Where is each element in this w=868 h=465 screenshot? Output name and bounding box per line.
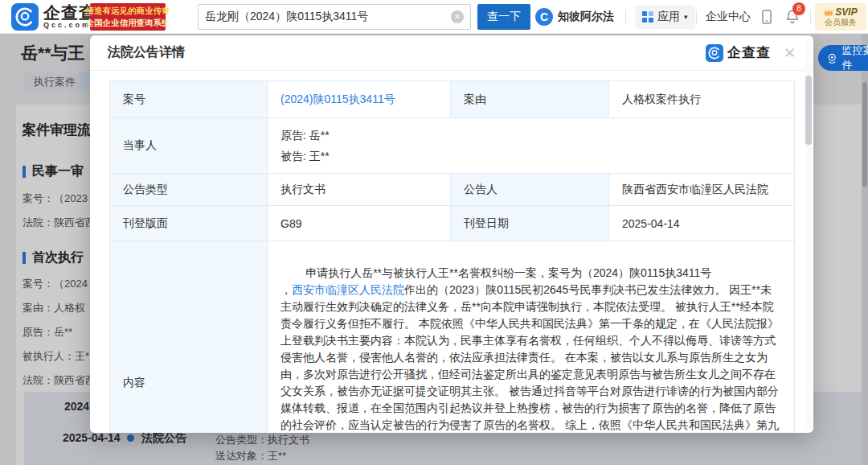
nav-apps[interactable]: 应用 ▾ <box>635 0 695 34</box>
zhibi-alfa-icon: C <box>535 8 553 26</box>
search-box: ✕ <box>198 4 471 30</box>
table-row: 当事人 原告: 岳** 被告: 王** <box>110 118 795 174</box>
party-label: 当事人 <box>110 118 268 174</box>
monitor-case-button[interactable]: 监控案件 <box>818 45 868 71</box>
content-label: 内容 <box>110 241 268 434</box>
apps-grid-icon <box>642 11 653 23</box>
content-value: 申请执行人岳**与被执行人王**名誉权纠纷一案，案号为（2024）陕0115执3… <box>268 241 795 434</box>
cause-value: 人格权案件执行 <box>609 81 795 118</box>
svip-member-service[interactable]: SVIP 会员服务 <box>815 3 866 31</box>
type-value: 执行文书 <box>268 174 451 206</box>
modal-scrollbar-thumb[interactable] <box>805 76 812 145</box>
divider <box>810 10 811 24</box>
cause-label: 案由 <box>451 81 609 118</box>
party-defendant: 被告: 王** <box>280 146 781 167</box>
court-announcement-modal: 法院公告详情 企查查 ✕ 案号 (2024)陕0115执3411号 案由 人格权… <box>90 35 813 433</box>
notification-badge: 8 <box>792 2 805 15</box>
clear-search-icon[interactable]: ✕ <box>451 10 464 23</box>
divider <box>696 10 697 24</box>
page-value: G89 <box>268 206 451 241</box>
search-input[interactable] <box>205 10 451 23</box>
divider <box>625 10 626 24</box>
type-label: 公告类型 <box>110 174 268 206</box>
announcer-value: 陕西省西安市临潼区人民法院 <box>609 174 795 206</box>
page-label: 刊登版面 <box>110 206 268 241</box>
publish-date-label: 刊登日期 <box>451 206 609 241</box>
modal-scrollbar[interactable] <box>805 39 812 430</box>
crown-icon <box>824 8 833 16</box>
search-button[interactable]: 查一下 <box>477 4 530 30</box>
qcc-logo-icon <box>11 3 39 31</box>
modal-qcc-logo: 企查查 <box>706 43 771 62</box>
qcc-logo[interactable] <box>11 0 39 34</box>
table-row: 公告类型 执行文书 公告人 陕西省西安市临潼区人民法院 <box>110 174 795 206</box>
modal-title: 法院公告详情 <box>108 44 706 61</box>
mobile-app-icon[interactable] <box>759 9 775 25</box>
announcer-label: 公告人 <box>451 174 609 206</box>
table-row: 案号 (2024)陕0115执3411号 案由 人格权案件执行 <box>110 81 795 118</box>
slogan-banner: 缔造有远见的商业传奇 全国企业信用查询系统 <box>90 3 166 31</box>
court-link[interactable]: 西安市临潼区人民法院 <box>292 283 404 296</box>
nav-zhibi-alfa[interactable]: C 知彼阿尔法 <box>535 0 614 34</box>
chevron-down-icon: ▾ <box>684 13 688 21</box>
table-row: 内容 申请执行人岳**与被执行人王**名誉权纠纷一案，案号为（2024）陕011… <box>110 241 795 434</box>
modal-header: 法院公告详情 企查查 ✕ <box>90 35 813 71</box>
publish-date-value: 2025-04-14 <box>609 206 795 241</box>
nav-enterprise-center[interactable]: 企业中心 <box>706 0 751 34</box>
party-plaintiff: 原告: 岳** <box>280 125 781 146</box>
table-row: 刊登版面 G89 刊登日期 2025-04-14 <box>110 206 795 241</box>
topbar: 企查查 Qcc.com 缔造有远见的商业传奇 全国企业信用查询系统 ✕ 查一下 … <box>0 0 868 34</box>
content-text-post: 作出的（2023）陕0115民初2645号民事判决书已发生法律效力。 因王**未… <box>280 283 779 433</box>
case-no-link[interactable]: (2024)陕0115执3411号 <box>280 93 395 105</box>
monitor-icon <box>826 52 838 64</box>
announcement-detail-table: 案号 (2024)陕0115执3411号 案由 人格权案件执行 当事人 原告: … <box>109 80 795 433</box>
qcc-logo-icon <box>706 44 723 62</box>
close-icon[interactable]: ✕ <box>784 46 796 60</box>
case-no-label: 案号 <box>110 81 268 118</box>
